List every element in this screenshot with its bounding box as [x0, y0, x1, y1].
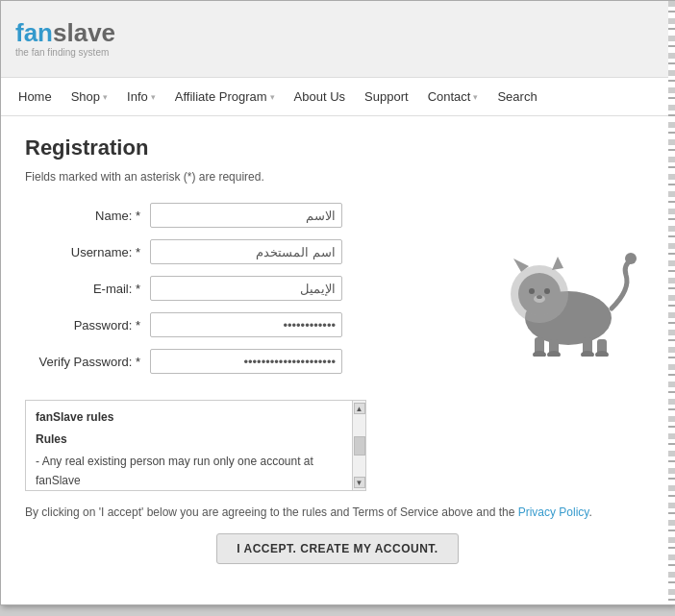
- scroll-up-button[interactable]: ▲: [354, 403, 365, 414]
- svg-point-13: [625, 253, 637, 264]
- nav-about[interactable]: About Us: [285, 78, 355, 115]
- name-row: Name: *: [25, 203, 458, 228]
- chevron-down-icon: ▾: [151, 92, 156, 102]
- form-fields: Name: * Username: * E-mail: * Password: …: [25, 203, 458, 385]
- password-label: Password: *: [25, 318, 150, 333]
- verify-password-row: Verify Password: *: [25, 349, 458, 374]
- logo-fan: fan: [15, 18, 53, 47]
- name-input[interactable]: [150, 203, 342, 228]
- nav-contact[interactable]: Contact ▾: [418, 78, 488, 115]
- chevron-down-icon: ▾: [270, 92, 275, 102]
- submit-button[interactable]: I ACCEPT. CREATE MY ACCOUNT.: [216, 533, 458, 564]
- lion-logo: مشروع الأسود: [487, 241, 640, 357]
- password-row: Password: *: [25, 312, 458, 337]
- nav-home[interactable]: Home: [9, 78, 62, 115]
- rules-subtitle: Rules: [36, 431, 356, 449]
- nav-affiliate[interactable]: Affiliate Program ▾: [165, 78, 285, 115]
- svg-marker-4: [552, 257, 563, 270]
- privacy-policy-link[interactable]: Privacy Policy: [518, 505, 589, 519]
- username-input[interactable]: [150, 239, 342, 264]
- username-row: Username: *: [25, 239, 458, 264]
- nav-search[interactable]: Search: [488, 78, 546, 115]
- email-input[interactable]: [150, 276, 342, 301]
- agreement-text: By clicking on 'I accept' below you are …: [25, 505, 621, 519]
- nav: Home Shop ▾ Info ▾ Affiliate Program ▾ A…: [1, 78, 674, 116]
- nav-info[interactable]: Info ▾: [117, 78, 165, 115]
- nav-shop[interactable]: Shop ▾: [62, 78, 117, 115]
- required-note: Fields marked with an asterisk (*) are r…: [25, 170, 650, 184]
- svg-point-6: [544, 288, 550, 294]
- verify-password-input[interactable]: [150, 349, 342, 374]
- svg-point-5: [529, 288, 535, 294]
- page-title: Registration: [25, 136, 650, 160]
- verify-password-label: Verify Password: *: [25, 355, 150, 369]
- logo-slave: slave: [53, 18, 115, 47]
- logo-tagline: the fan finding system: [15, 47, 115, 58]
- scroll-thumb[interactable]: [354, 436, 365, 456]
- nav-support[interactable]: Support: [355, 78, 418, 115]
- svg-point-2: [511, 265, 568, 323]
- email-row: E-mail: *: [25, 276, 458, 301]
- name-label: Name: *: [25, 209, 150, 223]
- rules-text: - Any real existing person may run only …: [36, 453, 356, 489]
- submit-container: I ACCEPT. CREATE MY ACCOUNT.: [25, 533, 650, 564]
- chevron-down-icon: ▾: [473, 92, 478, 102]
- password-input[interactable]: [150, 312, 342, 337]
- username-label: Username: *: [25, 245, 150, 259]
- header: fanslave the fan finding system: [1, 1, 674, 78]
- email-label: E-mail: *: [25, 282, 150, 296]
- lion-logo-area: مشروع الأسود: [477, 203, 650, 385]
- svg-point-8: [537, 295, 542, 299]
- rules-box: fanSlave rules Rules - Any real existing…: [25, 400, 366, 491]
- chevron-down-icon: ▾: [103, 92, 108, 102]
- scrollbar[interactable]: ▲ ▼: [352, 401, 365, 490]
- scroll-down-button[interactable]: ▼: [354, 477, 365, 488]
- main-content: Registration Fields marked with an aster…: [1, 116, 674, 593]
- rules-title: fanSlave rules: [36, 408, 356, 427]
- logo[interactable]: fanslave the fan finding system: [15, 20, 115, 58]
